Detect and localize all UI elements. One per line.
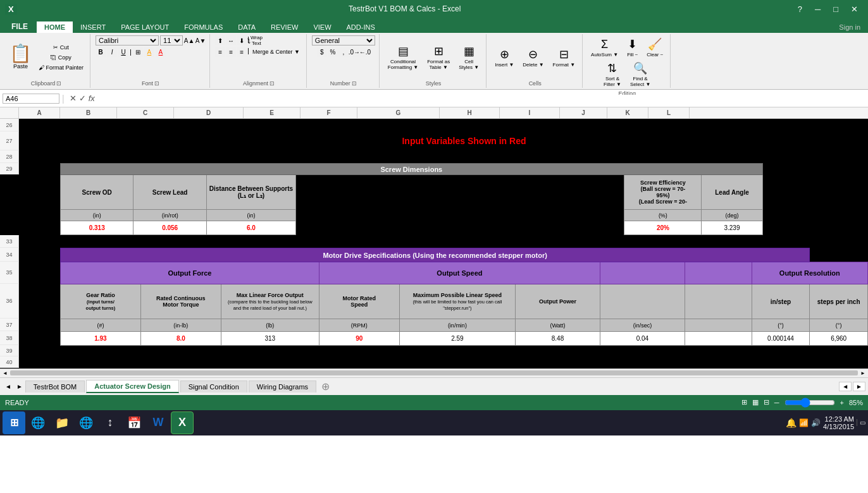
confirm-formula-icon[interactable]: ✓ (79, 94, 86, 103)
tab-file[interactable]: FILE (3, 20, 37, 33)
tab-wiring-diagrams[interactable]: Wiring Diagrams (249, 380, 316, 393)
italic-button[interactable]: I (107, 47, 117, 57)
signin-button[interactable]: Sign in (831, 21, 868, 33)
insert-button[interactable]: ⊕ Insert ▼ (492, 46, 517, 70)
font-color-button[interactable]: A (156, 47, 166, 57)
tab-actuator-screw[interactable]: Actuator Screw Design (86, 380, 178, 393)
taskbar-explorer[interactable]: 📁 (51, 411, 73, 434)
cell-styles-button[interactable]: ▦ CellStyles ▼ (456, 42, 482, 72)
align-center-button[interactable]: ≡ (226, 47, 236, 57)
tab-signal-condition[interactable]: Signal Condition (180, 380, 247, 393)
increase-decimal-button[interactable]: .0→ (349, 47, 359, 57)
in-per-step-value[interactable]: 0.000144 (752, 332, 810, 346)
col-header-d[interactable]: D (174, 107, 244, 118)
border-button[interactable]: ⊞ (133, 47, 143, 57)
view-normal-icon[interactable]: ⊞ (741, 398, 747, 406)
maximize-button[interactable]: □ (828, 3, 843, 15)
steps-per-inch-value[interactable]: 6,960 (810, 332, 868, 346)
wrap-text-button[interactable]: ⤵ Wrap Text (250, 35, 260, 46)
motor-rated-speed-value[interactable]: 90 (319, 332, 399, 346)
col-header-k[interactable]: K (607, 107, 648, 118)
cancel-formula-icon[interactable]: ✕ (70, 94, 77, 103)
output-power-value[interactable]: 8.48 (516, 332, 600, 346)
volume-icon[interactable]: 🔊 (811, 418, 821, 427)
conditional-formatting-button[interactable]: ▤ ConditionalFormatting ▼ (385, 42, 421, 72)
tab-data[interactable]: DATA (230, 21, 263, 33)
notification-icon[interactable]: 🔔 (786, 418, 797, 428)
col-header-f[interactable]: F (301, 107, 357, 118)
align-top-button[interactable]: ⬆ (215, 35, 225, 46)
paste-button[interactable]: 📋 Paste (6, 43, 35, 71)
align-middle-button[interactable]: ↔ (226, 35, 236, 46)
page-nav-next[interactable]: ► (853, 382, 865, 391)
sort-filter-button[interactable]: ⇅ Sort &Filter ▼ (600, 59, 624, 89)
col-header-h[interactable]: H (440, 107, 500, 118)
tab-home[interactable]: HOME (37, 21, 73, 33)
font-size-select[interactable]: 11 (160, 35, 183, 46)
format-button[interactable]: ⊟ Format ▼ (550, 46, 578, 70)
fill-button[interactable]: ⬇ Fill ~ (624, 35, 641, 59)
autosum-button[interactable]: Σ AutoSum ▼ (588, 36, 621, 59)
number-expand-icon[interactable]: ⊡ (352, 80, 357, 87)
motor-torque-value[interactable]: 8.0 (140, 332, 221, 346)
zoom-minus-icon[interactable]: ─ (774, 399, 779, 406)
find-select-button[interactable]: 🔍 Find &Select ▼ (627, 59, 654, 89)
col-header-e[interactable]: E (244, 107, 301, 118)
cut-button[interactable]: ✂ Cut (36, 43, 86, 52)
tab-nav-right[interactable]: ► (14, 382, 25, 391)
taskbar-arrow[interactable]: ↕ (99, 411, 121, 434)
tab-review[interactable]: REVIEW (263, 21, 306, 33)
in-sec-value[interactable]: 0.04 (600, 332, 685, 346)
merge-center-button[interactable]: Merge & Center ▼ (250, 47, 302, 57)
clock-display[interactable]: 12:23 AM 4/13/2015 (823, 415, 854, 430)
taskbar-word[interactable]: W (147, 411, 170, 434)
align-left-button[interactable]: ≡ (215, 47, 225, 57)
show-desktop-btn[interactable]: ▭ (857, 419, 865, 426)
increase-font-button[interactable]: A▲ (184, 35, 194, 46)
col-header-i[interactable]: I (500, 107, 560, 118)
zoom-plus-icon[interactable]: + (840, 399, 844, 406)
tab-nav-left[interactable]: ◄ (3, 382, 14, 391)
tab-view[interactable]: VIEW (306, 21, 338, 33)
tab-addins[interactable]: ADD-INS (339, 21, 383, 33)
taskbar-excel-active[interactable]: X (171, 411, 194, 434)
minimize-button[interactable]: ─ (810, 3, 826, 15)
zoom-slider[interactable] (784, 398, 835, 408)
close-button[interactable]: ✕ (846, 3, 863, 15)
view-page-break-icon[interactable]: ⊟ (764, 398, 769, 406)
page-nav-prev[interactable]: ◄ (839, 382, 852, 391)
start-button[interactable]: ⊞ (3, 411, 25, 434)
formula-input[interactable] (100, 95, 865, 102)
scroll-left-btn[interactable]: ◄ (0, 370, 10, 376)
max-linear-force-value[interactable]: 313 (221, 332, 319, 346)
col-header-g[interactable]: G (357, 107, 440, 118)
lead-angle-value[interactable]: 3.239 (702, 221, 762, 235)
taskbar-calendar[interactable]: 📅 (123, 411, 146, 434)
scroll-right-btn[interactable]: ► (858, 370, 868, 376)
gear-ratio-value[interactable]: 1.93 (61, 332, 141, 346)
align-right-button[interactable]: ≡ (237, 47, 247, 57)
name-box[interactable] (3, 94, 59, 104)
help-button[interactable]: ? (793, 3, 807, 15)
add-sheet-button[interactable]: ⊕ (318, 380, 333, 393)
bold-button[interactable]: B (96, 47, 106, 57)
format-as-table-button[interactable]: ⊞ Format asTable ▼ (424, 42, 453, 72)
comma-button[interactable]: , (338, 47, 349, 57)
screw-od-value[interactable]: 0.313 (61, 221, 133, 235)
copy-button[interactable]: ⿻ Copy (36, 53, 86, 62)
insert-function-icon[interactable]: fx (89, 94, 95, 103)
col-header-a[interactable]: A (19, 107, 60, 118)
decrease-font-button[interactable]: A▼ (195, 35, 206, 46)
number-format-select[interactable]: General (312, 35, 375, 46)
currency-button[interactable]: $ (317, 47, 327, 57)
taskbar-chrome[interactable]: 🌐 (75, 411, 97, 434)
view-page-layout-icon[interactable]: ▦ (752, 398, 759, 406)
font-expand-icon[interactable]: ⊡ (154, 80, 159, 87)
tab-testrbom[interactable]: TestrBot BOM (25, 380, 85, 393)
clear-button[interactable]: 🧹 Clear ~ (643, 35, 666, 59)
tab-insert[interactable]: INSERT (73, 21, 113, 33)
col-header-c[interactable]: C (117, 107, 174, 118)
percent-button[interactable]: % (328, 47, 338, 57)
tab-formulas[interactable]: FORMULAS (177, 21, 230, 33)
tab-page-layout[interactable]: PAGE LAYOUT (113, 21, 177, 33)
